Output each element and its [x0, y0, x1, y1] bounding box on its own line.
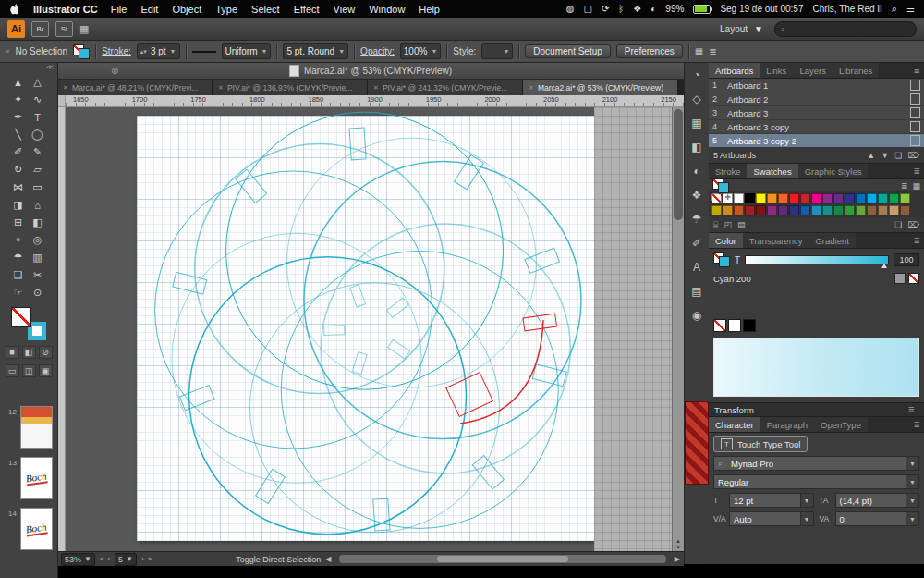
- search-input[interactable]: ⌕: [774, 21, 917, 37]
- font-size-dropdown[interactable]: 12 pt▼: [729, 493, 814, 508]
- swatch[interactable]: [789, 205, 799, 215]
- scale-tool[interactable]: ▱: [28, 161, 47, 178]
- tab-paragraph[interactable]: Paragraph: [760, 417, 814, 432]
- swatch[interactable]: [889, 193, 899, 203]
- artboard-tool[interactable]: ❏: [8, 266, 28, 284]
- document-tab[interactable]: ✕PIV.ai* @ 136,93% (CMYK/Previe...: [213, 80, 368, 95]
- menu-edit[interactable]: Edit: [140, 4, 158, 15]
- rotate-view-icon[interactable]: ◔: [686, 63, 708, 87]
- document-tab[interactable]: ✕Marca2.ai* @ 53% (CMYK/Preview): [523, 80, 678, 95]
- vertical-scrollbar-thumb[interactable]: [674, 109, 683, 220]
- fill-stroke-proxy[interactable]: [73, 44, 90, 59]
- swatch[interactable]: [833, 193, 844, 203]
- notification-center-icon[interactable]: ☰: [906, 4, 915, 14]
- glyphs-panel-icon[interactable]: ▤: [686, 279, 708, 303]
- tint-slider[interactable]: [745, 255, 889, 264]
- menu-type[interactable]: Type: [215, 4, 237, 15]
- scroll-left-icon[interactable]: ◀: [325, 555, 331, 563]
- swatch[interactable]: [856, 193, 866, 203]
- menu-window[interactable]: Window: [369, 4, 405, 15]
- panel-menu-icon[interactable]: ≣: [913, 63, 924, 78]
- battery-icon[interactable]: [693, 5, 711, 14]
- vertical-scrollbar[interactable]: ▲▼: [672, 107, 684, 551]
- ruler-origin-corner[interactable]: [57, 95, 66, 106]
- none-swatch[interactable]: [713, 319, 726, 332]
- menubar-user[interactable]: Chris, The Red II: [812, 4, 881, 14]
- horizontal-ruler[interactable]: 1650170017501800185019001950200020502100…: [66, 95, 684, 106]
- swatch[interactable]: [734, 193, 744, 203]
- tab-character[interactable]: Character: [709, 417, 760, 432]
- tab-color[interactable]: Color: [709, 233, 743, 248]
- panel-menu-icon[interactable]: ≣: [907, 405, 918, 414]
- screen-mode-icon[interactable]: ▣: [39, 364, 53, 377]
- tracking-dropdown[interactable]: 0▼: [835, 511, 920, 526]
- swatch[interactable]: [734, 205, 744, 215]
- tint-value-field[interactable]: 100: [894, 253, 919, 266]
- menubar-clock[interactable]: Seg 19 de out 00:57: [720, 4, 803, 14]
- symbols-panel-icon[interactable]: ☂: [686, 207, 708, 231]
- menu-app-name[interactable]: Illustrator CC: [33, 4, 98, 15]
- swatch[interactable]: [778, 205, 788, 215]
- swatch[interactable]: [789, 193, 799, 203]
- artboard-row[interactable]: 1Artboard 1: [709, 79, 924, 92]
- swatch[interactable]: [900, 193, 910, 203]
- color-preview-ramp[interactable]: [713, 338, 919, 397]
- move-up-icon[interactable]: ▲: [867, 151, 875, 160]
- swatch[interactable]: [833, 205, 844, 215]
- tab-libraries[interactable]: Libraries: [833, 63, 879, 78]
- artboard-page-icon[interactable]: [910, 107, 920, 118]
- menu-effect[interactable]: Effect: [294, 4, 320, 15]
- new-artboard-icon[interactable]: ❏: [894, 151, 902, 160]
- canvas-viewport[interactable]: ▲▼: [57, 107, 684, 551]
- swatch[interactable]: [900, 205, 910, 215]
- artboard-page-icon[interactable]: [910, 80, 920, 91]
- delete-artboard-icon[interactable]: ⌦: [907, 151, 919, 160]
- document-tab[interactable]: ✕PIV.ai* @ 241,32% (CMYK/Previe...: [368, 80, 523, 95]
- swatch[interactable]: [723, 205, 733, 215]
- fill-stroke-proxy[interactable]: [712, 178, 729, 193]
- blend-tool[interactable]: ◎: [28, 231, 47, 249]
- dropbox-icon[interactable]: ❖: [633, 4, 641, 14]
- fill-stroke-control[interactable]: [11, 307, 46, 340]
- stroke-weight-dropdown[interactable]: ▴▾3 pt▼: [137, 43, 180, 59]
- artboard-page-icon[interactable]: [910, 93, 920, 105]
- close-tab-icon[interactable]: ✕: [529, 84, 534, 92]
- opacity-link[interactable]: Opacity:: [360, 46, 395, 56]
- sync-icon[interactable]: ⟳: [602, 4, 609, 14]
- touch-type-tool-button[interactable]: T Touch Type Tool: [713, 436, 808, 452]
- swatch[interactable]: [711, 205, 722, 215]
- library-artwork-thumbnail[interactable]: [685, 401, 709, 485]
- character-styles-panel-icon[interactable]: A: [686, 255, 708, 279]
- close-tab-icon[interactable]: ✕: [218, 84, 224, 92]
- slice-tool[interactable]: ✂: [28, 266, 47, 284]
- slider-thumb[interactable]: [881, 264, 887, 268]
- swatch[interactable]: [723, 193, 733, 203]
- graphic-style-dropdown[interactable]: ▼: [481, 43, 513, 59]
- symbol-sprayer-tool[interactable]: ☂: [8, 249, 28, 266]
- none-swatch[interactable]: [908, 273, 919, 284]
- none-mode-icon[interactable]: ⊘: [39, 346, 53, 359]
- fill-stroke-proxy[interactable]: [713, 252, 730, 267]
- appearance-panel-icon[interactable]: ◐: [686, 159, 708, 183]
- magic-wand-tool[interactable]: ✦: [8, 91, 28, 108]
- tab-transparency[interactable]: Transparency: [743, 233, 809, 248]
- font-family-dropdown[interactable]: ⌕ Myriad Pro ▼: [713, 456, 919, 471]
- menu-help[interactable]: Help: [419, 4, 440, 15]
- graphic-styles-panel-icon[interactable]: ❖: [686, 183, 708, 207]
- swatch[interactable]: [845, 193, 855, 203]
- artboard-row[interactable]: 5Artboard 3 copy 2: [709, 134, 924, 148]
- fill-color-swatch[interactable]: [11, 307, 31, 327]
- notifications-icon[interactable]: ◍: [566, 4, 575, 14]
- artboard-thumb-row[interactable]: 13Boch: [6, 457, 54, 499]
- zoom-dropdown[interactable]: 53%▼: [61, 553, 95, 566]
- width-tool[interactable]: ⋈: [8, 178, 28, 196]
- tab-gradient[interactable]: Gradient: [808, 233, 855, 248]
- mesh-tool[interactable]: ⊞: [8, 214, 28, 231]
- swatch[interactable]: [745, 193, 755, 203]
- vertical-ruler[interactable]: [57, 107, 66, 551]
- swatch[interactable]: [767, 205, 777, 215]
- pathfinder-panel-icon[interactable]: ◧: [686, 135, 708, 159]
- black-swatch[interactable]: [743, 319, 756, 332]
- kerning-dropdown[interactable]: Auto▼: [729, 511, 814, 526]
- font-style-dropdown[interactable]: Regular ▼: [713, 474, 919, 489]
